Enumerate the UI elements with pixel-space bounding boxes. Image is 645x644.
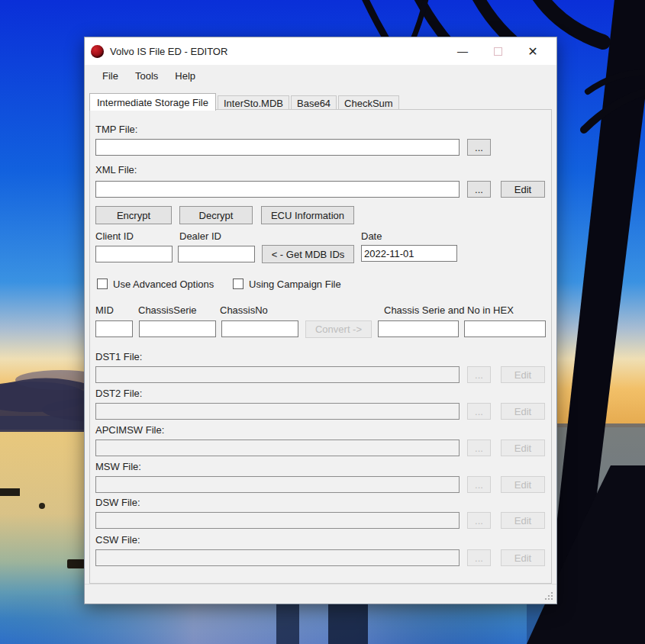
app-icon bbox=[91, 45, 104, 58]
menu-file[interactable]: File bbox=[94, 67, 127, 85]
dsw-browse-button: ... bbox=[467, 512, 491, 529]
msw-file-input bbox=[95, 476, 460, 493]
convert-button: Convert -> bbox=[305, 320, 372, 338]
msw-file-label: MSW File: bbox=[95, 461, 141, 472]
close-button[interactable]: ✕ bbox=[515, 37, 550, 65]
dealer-id-label: Dealer ID bbox=[179, 230, 221, 242]
desktop: Volvo IS File ED - EDITOR — ✕ File Tools… bbox=[0, 0, 645, 644]
use-advanced-options-checkbox[interactable] bbox=[97, 279, 108, 289]
date-input[interactable] bbox=[361, 245, 457, 262]
resize-grip-icon[interactable] bbox=[543, 591, 554, 601]
get-mdb-ids-button[interactable]: < - Get MDB IDs bbox=[262, 245, 354, 263]
tab-strip: Intermediate Storage File InterSto.MDB B… bbox=[89, 93, 552, 111]
csw-file-label: CSW File: bbox=[95, 534, 140, 546]
apcimsw-edit-button: Edit bbox=[501, 440, 545, 456]
tmp-file-input[interactable] bbox=[95, 139, 460, 156]
mid-input[interactable] bbox=[95, 320, 133, 337]
dst1-browse-button: ... bbox=[467, 366, 491, 383]
csw-file-input bbox=[95, 549, 460, 566]
use-advanced-options-label: Use Advanced Options bbox=[113, 279, 214, 290]
chassis-hex-label: Chassis Serie and No in HEX bbox=[384, 304, 514, 316]
menu-bar: File Tools Help bbox=[85, 65, 556, 87]
tab-intermediate-storage-file[interactable]: Intermediate Storage File bbox=[89, 93, 216, 111]
chassis-hex1-input[interactable] bbox=[378, 320, 459, 337]
dst2-file-input bbox=[95, 403, 460, 420]
window-title: Volvo IS File ED - EDITOR bbox=[110, 46, 227, 57]
ecu-information-button[interactable]: ECU Information bbox=[261, 206, 354, 224]
dst1-edit-button: Edit bbox=[501, 366, 545, 383]
date-label: Date bbox=[361, 230, 382, 242]
dst1-file-input bbox=[95, 366, 460, 383]
mid-label: MID bbox=[95, 304, 114, 316]
tab-intersto-mdb[interactable]: InterSto.MDB bbox=[218, 95, 289, 111]
tmp-browse-button[interactable]: ... bbox=[467, 139, 491, 156]
minimize-button[interactable]: — bbox=[445, 37, 480, 65]
dst2-browse-button: ... bbox=[467, 403, 491, 420]
menu-tools[interactable]: Tools bbox=[127, 67, 166, 85]
apcimsw-file-label: APCIMSW File: bbox=[95, 424, 164, 436]
chassis-no-input[interactable] bbox=[221, 320, 298, 337]
chassis-no-label: ChassisNo bbox=[220, 304, 268, 316]
menu-help[interactable]: Help bbox=[166, 67, 204, 85]
client-id-input[interactable] bbox=[95, 246, 173, 262]
maximize-button[interactable] bbox=[480, 37, 515, 65]
xml-edit-button[interactable]: Edit bbox=[501, 181, 545, 198]
status-bar bbox=[85, 584, 556, 604]
decrypt-button[interactable]: Decrypt bbox=[179, 206, 253, 224]
dsw-file-label: DSW File: bbox=[95, 497, 140, 508]
dst2-file-label: DST2 File: bbox=[95, 388, 142, 399]
chassis-serie-label: ChassisSerie bbox=[138, 304, 197, 316]
csw-edit-button: Edit bbox=[501, 549, 545, 566]
dsw-edit-button: Edit bbox=[501, 512, 545, 529]
encrypt-button[interactable]: Encrypt bbox=[95, 206, 172, 224]
dst2-edit-button: Edit bbox=[501, 403, 545, 420]
using-campaign-file-label: Using Campaign File bbox=[249, 279, 341, 290]
app-window: Volvo IS File ED - EDITOR — ✕ File Tools… bbox=[84, 37, 557, 604]
dst1-file-label: DST1 File: bbox=[95, 351, 142, 362]
chassis-hex2-input[interactable] bbox=[464, 320, 546, 337]
dsw-file-input bbox=[95, 512, 460, 529]
msw-edit-button: Edit bbox=[501, 476, 545, 493]
titlebar[interactable]: Volvo IS File ED - EDITOR — ✕ bbox=[85, 37, 556, 65]
apcimsw-browse-button: ... bbox=[467, 440, 491, 456]
tab-checksum[interactable]: CheckSum bbox=[338, 95, 399, 111]
maximize-icon bbox=[494, 47, 502, 56]
chassis-serie-input[interactable] bbox=[139, 320, 216, 337]
apcimsw-file-input bbox=[95, 440, 460, 456]
client-id-label: Client ID bbox=[95, 230, 134, 242]
using-campaign-file-checkbox[interactable] bbox=[233, 279, 243, 289]
msw-browse-button: ... bbox=[467, 476, 491, 493]
xml-browse-button[interactable]: ... bbox=[467, 181, 491, 198]
dealer-id-input[interactable] bbox=[178, 246, 255, 262]
xml-file-input[interactable] bbox=[95, 181, 460, 198]
tmp-file-label: TMP File: bbox=[95, 124, 137, 135]
tab-base64[interactable]: Base64 bbox=[291, 95, 337, 111]
csw-browse-button: ... bbox=[467, 549, 491, 566]
xml-file-label: XML File: bbox=[95, 164, 137, 175]
